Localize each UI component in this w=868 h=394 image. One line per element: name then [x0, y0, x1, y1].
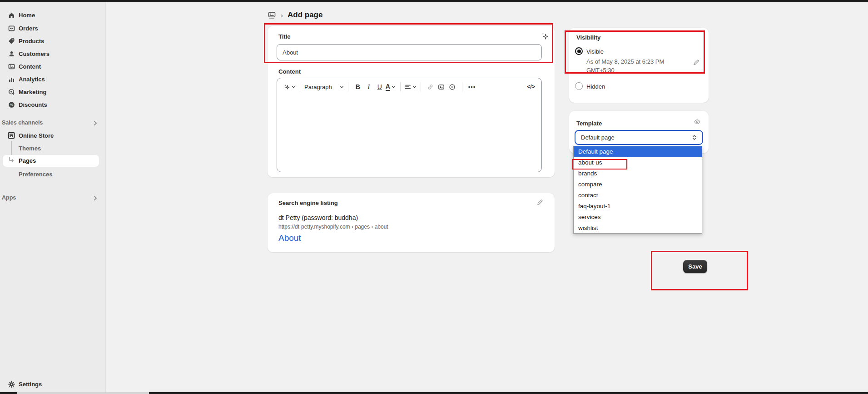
- content-rich-text-editor: Paragraph B I U A ⋯ </>: [277, 78, 542, 172]
- text-color-button[interactable]: A: [385, 81, 396, 93]
- dropdown-option-about-us[interactable]: about-us: [574, 157, 702, 168]
- insert-video-button[interactable]: [447, 81, 458, 93]
- sidebar-item-label: Settings: [19, 381, 42, 388]
- visible-radio[interactable]: [575, 47, 583, 55]
- toolbar-divider: [348, 82, 348, 91]
- orders-icon: [7, 24, 15, 32]
- toolbar-divider: [462, 82, 462, 91]
- paragraph-style-dropdown[interactable]: Paragraph: [304, 81, 344, 93]
- sidebar-item-online-store[interactable]: Online Store: [0, 129, 105, 142]
- dropdown-option-wishlist[interactable]: wishlist: [574, 223, 702, 234]
- pages-breadcrumb-icon[interactable]: [268, 11, 276, 20]
- analytics-icon: [7, 75, 15, 83]
- visible-date-line1: As of May 8, 2025 at 6:23 PM: [586, 58, 664, 65]
- template-select[interactable]: Default page: [575, 130, 703, 145]
- save-button[interactable]: Save: [683, 260, 707, 273]
- edit-pencil-icon[interactable]: [536, 199, 544, 206]
- hidden-radio-label: Hidden: [586, 83, 605, 90]
- settings-gear-icon: [7, 380, 15, 388]
- products-icon: [7, 37, 15, 45]
- sidebar-item-label: Products: [19, 38, 44, 45]
- chevron-right-icon[interactable]: [93, 120, 98, 126]
- chevron-down-icon: [392, 85, 396, 89]
- template-select-value: Default page: [581, 134, 615, 141]
- magic-text-button[interactable]: [283, 81, 296, 93]
- visibility-card-title: Visibility: [576, 34, 600, 41]
- seo-url-line: https://dt-petty.myshopify.com › pages ›…: [278, 224, 388, 230]
- sidebar-item-analytics[interactable]: Analytics: [0, 73, 105, 85]
- seo-page-title-link[interactable]: About: [278, 233, 301, 243]
- dropdown-option-compare[interactable]: compare: [574, 179, 702, 190]
- content-editor-area[interactable]: [278, 95, 541, 171]
- edit-pencil-icon[interactable]: [693, 59, 700, 66]
- visible-radio-label: Visible: [586, 48, 604, 55]
- title-input[interactable]: [277, 44, 542, 60]
- breadcrumb: › Add page: [268, 8, 322, 22]
- link-button[interactable]: [425, 81, 436, 93]
- sidebar-item-content[interactable]: Content: [0, 60, 105, 73]
- home-icon: [7, 11, 15, 19]
- sidebar-item-label: Preferences: [19, 171, 52, 178]
- chevron-down-icon: [340, 85, 344, 89]
- dropdown-option-services[interactable]: services: [574, 212, 702, 223]
- sidebar-item-marketing[interactable]: Marketing: [0, 85, 105, 98]
- dropdown-option-brands[interactable]: brands: [574, 168, 702, 179]
- sidebar-item-products[interactable]: Products: [0, 35, 105, 47]
- hidden-radio[interactable]: [575, 82, 583, 90]
- insert-image-button[interactable]: [436, 81, 447, 93]
- sidebar-item-label: Content: [19, 63, 41, 70]
- italic-button[interactable]: I: [363, 81, 374, 93]
- apps-header: Apps: [2, 195, 16, 201]
- sales-channels-header: Sales channels: [2, 120, 43, 126]
- sidebar: Home Orders Products Customers Content A…: [0, 2, 106, 394]
- toolbar-divider: [421, 82, 421, 91]
- dropdown-option-faq-layout-1[interactable]: faq-layout-1: [574, 201, 702, 212]
- text-color-label: A: [386, 83, 390, 91]
- code-view-button[interactable]: </>: [527, 84, 535, 90]
- align-left-icon: [405, 84, 411, 90]
- search-engine-listing-card: Search engine listing dt Petty (password…: [268, 193, 555, 252]
- eye-icon[interactable]: [694, 118, 701, 125]
- alignment-button[interactable]: [405, 81, 417, 93]
- sidebar-item-orders[interactable]: Orders: [0, 22, 105, 35]
- breadcrumb-separator: ›: [281, 11, 283, 19]
- template-label: Template: [576, 120, 602, 127]
- dropdown-option-default-page[interactable]: Default page: [574, 146, 702, 157]
- seo-card-title: Search engine listing: [278, 199, 338, 206]
- toolbar-divider: [300, 82, 300, 91]
- sidebar-item-discounts[interactable]: % Discounts: [0, 98, 105, 111]
- template-dropdown-list: Default page about-us brands compare con…: [573, 146, 702, 234]
- sidebar-item-customers[interactable]: Customers: [0, 47, 105, 60]
- discounts-icon: %: [7, 100, 15, 109]
- sidebar-item-themes[interactable]: Themes: [0, 142, 105, 155]
- chevron-down-icon: [412, 85, 417, 89]
- paragraph-label: Paragraph: [304, 84, 332, 90]
- sidebar-item-label: Orders: [19, 25, 38, 32]
- window-top-strip: [0, 0, 868, 2]
- sidebar-item-label: Pages: [19, 157, 36, 164]
- sidebar-item-label: Discounts: [19, 101, 47, 108]
- dropdown-option-contact[interactable]: contact: [574, 190, 702, 201]
- marketing-icon: [7, 88, 15, 96]
- sidebar-item-preferences[interactable]: Preferences: [0, 168, 105, 180]
- sidebar-item-label: Marketing: [19, 89, 46, 95]
- customers-icon: [7, 50, 15, 58]
- visibility-card: Visibility Visible As of May 8, 2025 at …: [569, 28, 709, 103]
- underline-button[interactable]: U: [374, 81, 385, 93]
- chevron-right-icon[interactable]: [93, 195, 98, 201]
- toolbar-divider: [400, 82, 401, 91]
- more-options-button[interactable]: ⋯: [466, 81, 477, 93]
- sidebar-item-settings[interactable]: Settings: [0, 378, 105, 390]
- horizontal-scrollbar-thumb[interactable]: [17, 392, 149, 394]
- seo-site-line: dt Petty (password: buddha): [278, 214, 358, 221]
- sidebar-item-label: Online Store: [19, 132, 54, 139]
- sidebar-item-label: Customers: [19, 50, 50, 57]
- sparkle-ai-icon[interactable]: [541, 32, 549, 40]
- sidebar-item-label: Themes: [19, 145, 41, 152]
- select-updown-icon: [692, 134, 697, 141]
- sidebar-item-pages-active[interactable]: Pages: [3, 155, 99, 167]
- sidebar-item-home[interactable]: Home: [0, 9, 105, 21]
- page-title: Add page: [288, 10, 322, 20]
- bold-button[interactable]: B: [352, 81, 363, 93]
- visible-date-line2: GMT+5:30: [586, 67, 615, 74]
